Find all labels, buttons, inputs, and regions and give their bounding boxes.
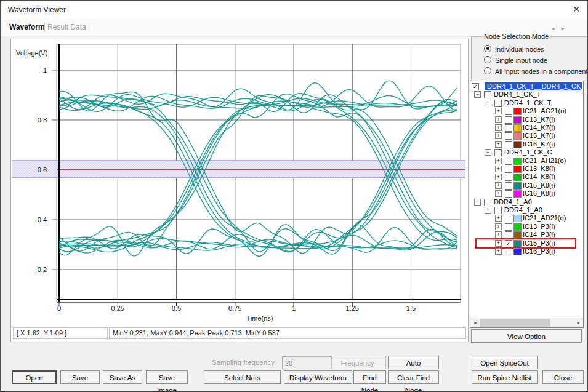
node-label[interactable]: IC13_K7(i) — [523, 116, 555, 124]
node-label[interactable]: IC15_K7(i) — [523, 132, 555, 140]
tree-item[interactable]: −DDR4_1_A0 — [470, 206, 583, 215]
node-checkbox[interactable] — [505, 132, 512, 140]
node-label[interactable]: IC21_AD21(o) — [523, 214, 566, 222]
node-checkbox[interactable] — [505, 166, 512, 173]
node-checkbox[interactable] — [484, 199, 491, 206]
open-spiceout-file-button[interactable]: Open SpiceOut File — [472, 356, 538, 369]
node-label[interactable]: IC16_P3(i) — [523, 247, 555, 255]
node-label[interactable]: DDR4_1_CK_C — [504, 148, 552, 156]
tree-item[interactable]: +IC13_P3(i) — [470, 223, 583, 231]
node-checkbox[interactable] — [505, 231, 512, 239]
expand-icon[interactable]: + — [495, 248, 502, 255]
node-checkbox[interactable]: ✓ — [472, 83, 479, 90]
tree-item[interactable]: +IC21_AD21(o) — [470, 214, 583, 223]
expand-icon[interactable]: + — [495, 231, 502, 238]
close-icon[interactable]: ✕ — [573, 4, 580, 14]
close-button[interactable]: Close — [542, 370, 584, 384]
node-checkbox[interactable] — [505, 248, 512, 255]
node-checkbox[interactable] — [484, 91, 491, 98]
node-label[interactable]: IC21_AH21(o) — [523, 157, 566, 165]
expand-icon[interactable]: + — [495, 108, 502, 114]
tree-item[interactable]: −DDR4_1_CK_C — [470, 148, 583, 157]
tree-item[interactable]: −DDR4_1_CK_T — [470, 90, 583, 99]
node-label[interactable]: DDR4_1_A0 — [504, 206, 542, 214]
node-label[interactable]: DDR4_1_CK_T — [504, 99, 551, 107]
collapse-icon[interactable]: − — [485, 149, 491, 156]
run-spice-netlist-button[interactable]: Run Spice Netlist — [472, 370, 538, 384]
node-label[interactable]: IC16_K7(i) — [523, 140, 555, 148]
node-label[interactable]: IC15_P3(i) — [523, 239, 555, 247]
collapse-icon[interactable]: − — [474, 199, 481, 206]
collapse-icon[interactable]: − — [485, 207, 491, 214]
node-checkbox[interactable] — [494, 149, 502, 156]
node-checkbox[interactable] — [494, 207, 502, 214]
tree-item[interactable]: +IC15_K7(i) — [470, 132, 583, 140]
open-button[interactable]: Open — [12, 370, 57, 384]
node-label[interactable]: IC16_K8(i) — [523, 190, 555, 198]
node-label[interactable]: DDR4_1_A0 — [494, 198, 532, 206]
expand-icon[interactable]: + — [495, 116, 502, 123]
tree-item[interactable]: +IC21_AG21(o) — [470, 107, 583, 116]
node-label[interactable]: IC21_AG21(o) — [523, 107, 566, 115]
node-label[interactable]: DDR4_1_CK_T__DDR4_1_CK_C_D — [485, 82, 582, 90]
tree-item[interactable]: −DDR4_1_CK_T — [470, 99, 583, 108]
node-checkbox[interactable] — [505, 223, 512, 231]
node-checkbox[interactable] — [505, 182, 512, 190]
tree-item[interactable]: +IC13_K8(i) — [470, 165, 583, 174]
select-nets-button[interactable]: Select Nets — [204, 370, 281, 384]
tree-item[interactable]: +IC15_K8(i) — [470, 182, 583, 190]
tree-horizontal-scrollbar[interactable]: ◄► — [470, 318, 583, 327]
save-as-button[interactable]: Save As — [103, 370, 142, 384]
tree-item[interactable]: +IC14_K8(i) — [470, 173, 583, 182]
expand-icon[interactable]: + — [495, 174, 502, 180]
collapse-icon[interactable]: − — [485, 100, 491, 106]
expand-icon[interactable]: + — [495, 166, 502, 172]
node-label[interactable]: IC14_K8(i) — [523, 173, 555, 181]
node-label[interactable]: IC14_P3(i) — [523, 231, 555, 239]
radio-option[interactable]: All input nodes in a component — [484, 66, 588, 77]
tree-item[interactable]: ✓DDR4_1_CK_T__DDR4_1_CK_C_D — [470, 82, 583, 91]
scrollbar-thumb[interactable] — [480, 319, 550, 327]
tree-item[interactable]: +IC16_K7(i) — [470, 140, 583, 149]
display-waveform-button[interactable]: Display Waveform — [284, 370, 352, 384]
expand-icon[interactable]: + — [495, 158, 502, 164]
expand-icon[interactable]: + — [495, 240, 502, 247]
clear-find-node-button[interactable]: Clear Find Node — [388, 370, 439, 384]
tab-prev-icon[interactable]: ◄ — [550, 26, 560, 31]
node-checkbox[interactable] — [505, 158, 512, 165]
node-checkbox[interactable] — [505, 174, 512, 181]
node-label[interactable]: DDR4_1_CK_T — [494, 90, 541, 98]
node-label[interactable]: IC13_K8(i) — [523, 165, 555, 173]
expand-icon[interactable]: + — [495, 132, 502, 139]
radio-icon[interactable] — [484, 67, 491, 74]
node-checkbox[interactable] — [505, 124, 512, 132]
node-checkbox[interactable] — [505, 141, 512, 148]
radio-option[interactable]: Individual nodes — [484, 44, 588, 55]
tab-waveform[interactable]: Waveform — [9, 23, 45, 31]
expand-icon[interactable]: + — [495, 182, 502, 189]
auto-measure-button[interactable]: Auto Measure — [388, 356, 439, 369]
tab-scroll-arrows[interactable]: ◄► — [550, 26, 570, 31]
node-tree[interactable]: ✓DDR4_1_CK_T__DDR4_1_CK_C_D−DDR4_1_CK_T−… — [470, 81, 584, 328]
expand-icon[interactable]: + — [495, 190, 502, 197]
radio-icon[interactable] — [484, 56, 491, 63]
node-checkbox[interactable] — [494, 100, 502, 107]
node-checkbox[interactable] — [505, 190, 512, 198]
sampling-frequency-input[interactable] — [282, 356, 332, 369]
tree-item[interactable]: +IC21_AH21(o) — [470, 157, 583, 166]
view-option-button[interactable]: View Option — [471, 329, 582, 343]
tree-item[interactable]: −DDR4_1_A0 — [470, 198, 583, 207]
expand-icon[interactable]: + — [495, 141, 502, 148]
tree-item[interactable]: +IC14_K7(i) — [470, 124, 583, 132]
expand-icon[interactable]: + — [495, 223, 502, 230]
tree-item[interactable]: +✓IC15_P3(i) — [470, 239, 583, 248]
save-button[interactable]: Save — [60, 370, 100, 384]
node-label[interactable]: IC13_P3(i) — [523, 223, 555, 231]
expand-icon[interactable]: + — [495, 215, 502, 222]
tab-result-data[interactable]: Result Data — [47, 23, 86, 31]
save-image-button[interactable]: Save Image — [146, 370, 188, 384]
node-label[interactable]: IC15_K8(i) — [523, 182, 555, 190]
radio-option[interactable]: Single input node — [484, 55, 588, 66]
scroll-right-icon[interactable]: ► — [574, 318, 583, 327]
find-node-button[interactable]: Find Node — [353, 370, 386, 384]
